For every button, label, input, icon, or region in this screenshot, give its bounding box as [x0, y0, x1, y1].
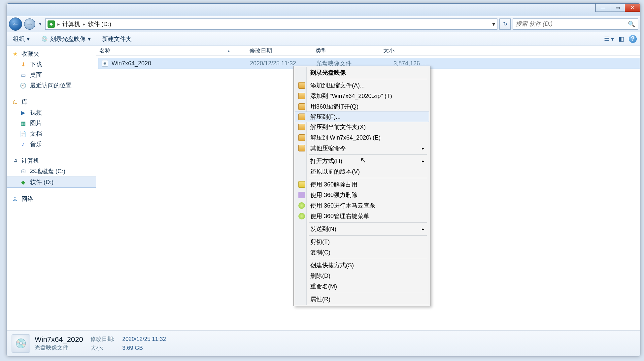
address-dropdown-icon[interactable]: ▾: [492, 20, 495, 28]
menu-item-other-compress[interactable]: 其他压缩命令▸: [295, 143, 429, 153]
menu-item-add-archive[interactable]: 添加到压缩文件(A)...: [295, 80, 429, 91]
menu-item-extract-here[interactable]: 解压到当前文件夹(X): [295, 122, 429, 132]
menu-item-properties[interactable]: 属性(R): [295, 294, 429, 305]
nav-history-dropdown[interactable]: ▼: [37, 22, 43, 26]
archive-icon: [298, 145, 305, 151]
sidebar-item-label: 文档: [30, 130, 42, 138]
sidebar-header-label: 库: [21, 98, 27, 106]
iso-file-icon: ◉: [102, 60, 108, 67]
address-bar[interactable]: ◆ ▸ 计算机 ▸ 软件 (D:) ▾: [45, 18, 497, 30]
file-name: Win7x64_2020: [112, 60, 151, 67]
archive-icon: [298, 134, 305, 141]
archive-icon: [298, 93, 305, 99]
window-controls: — ▭ ✕: [595, 4, 640, 12]
drive-icon: ⛁: [19, 168, 27, 175]
file-list-area: 名称▴ 修改日期 类型 大小 ◉Win7x64_2020 2020/12/25 …: [96, 46, 640, 330]
refresh-button[interactable]: ↻: [499, 18, 511, 30]
column-headers: 名称▴ 修改日期 类型 大小: [96, 46, 640, 56]
sidebar-item-label: 视频: [30, 109, 42, 116]
menu-item-open-360zip[interactable]: 用360压缩打开(Q): [295, 101, 429, 112]
menu-item-restore-previous[interactable]: 还原以前的版本(V): [295, 166, 429, 177]
menu-item-create-shortcut[interactable]: 创建快捷方式(S): [295, 260, 429, 271]
menu-item-360-unlock[interactable]: 使用 360解除占用: [295, 179, 429, 190]
disc-image-icon: 💿: [12, 334, 30, 353]
sidebar-item-pictures[interactable]: ▦图片: [7, 118, 96, 128]
menu-label: 使用 360强力删除: [310, 191, 357, 199]
menu-item-delete[interactable]: 删除(D): [295, 271, 429, 281]
minimize-button[interactable]: —: [595, 4, 610, 12]
search-input[interactable]: [516, 20, 628, 27]
menu-item-extract-to[interactable]: 解压到(F)...: [295, 112, 429, 122]
video-icon: ▶: [19, 109, 27, 116]
close-button[interactable]: ✕: [625, 4, 640, 12]
submenu-arrow-icon: ▸: [422, 226, 424, 232]
breadcrumb-computer[interactable]: 计算机: [62, 20, 80, 28]
menu-label: 打开方式(H): [310, 157, 342, 165]
menu-label: 解压到当前文件夹(X): [310, 123, 366, 131]
menu-item-360-menu[interactable]: 使用 360管理右键菜单: [295, 211, 429, 221]
sidebar-item-drive-c[interactable]: ⛁本地磁盘 (C:): [7, 166, 96, 177]
drive-icon: ◆: [19, 179, 27, 186]
search-icon: 🔍: [628, 20, 635, 28]
sidebar-item-downloads[interactable]: ⬇下载: [7, 59, 96, 70]
menu-label: 还原以前的版本(V): [310, 168, 360, 176]
sidebar-item-drive-d[interactable]: ◆软件 (D:): [7, 177, 96, 188]
organize-button[interactable]: 组织 ▾: [10, 34, 32, 44]
details-date-label: 修改日期:: [90, 335, 115, 343]
sidebar-item-music[interactable]: ♪音乐: [7, 139, 96, 149]
disc-icon: 💿: [41, 35, 48, 43]
menu-item-burn-image[interactable]: 刻录光盘映像: [295, 67, 429, 78]
menu-item-send-to[interactable]: 发送到(N)▸: [295, 224, 429, 234]
view-mode-button[interactable]: ☰ ▾: [604, 35, 614, 43]
column-header-name[interactable]: 名称▴: [99, 47, 250, 54]
chevron-right-icon: ▸: [57, 21, 60, 27]
sidebar-favorites-header[interactable]: ★ 收藏夹: [7, 49, 96, 59]
breadcrumb-current[interactable]: 软件 (D:): [88, 20, 111, 28]
sidebar-item-documents[interactable]: 📄文档: [7, 128, 96, 139]
search-box[interactable]: 🔍: [513, 18, 638, 30]
archive-icon: [298, 103, 305, 110]
menu-item-cut[interactable]: 剪切(T): [295, 237, 429, 247]
computer-icon: 🖥: [12, 157, 19, 164]
column-header-type[interactable]: 类型: [316, 47, 383, 54]
help-button[interactable]: ?: [629, 35, 637, 43]
column-label: 修改日期: [250, 47, 272, 54]
new-folder-button[interactable]: 新建文件夹: [99, 34, 134, 44]
menu-item-copy[interactable]: 复制(C): [295, 247, 429, 258]
column-header-size[interactable]: 大小: [383, 47, 426, 54]
sidebar-item-videos[interactable]: ▶视频: [7, 107, 96, 118]
drive-icon: ◆: [48, 20, 55, 28]
sidebar-item-label: 桌面: [30, 71, 42, 79]
menu-item-add-zip[interactable]: 添加到 "Win7x64_2020.zip" (T): [295, 91, 429, 101]
back-button[interactable]: ←: [9, 17, 22, 31]
sidebar-item-label: 软件 (D:): [30, 178, 53, 186]
preview-pane-button[interactable]: ◧: [619, 35, 624, 43]
organize-label: 组织: [13, 35, 25, 43]
menu-item-360-scan[interactable]: 使用 360进行木马云查杀: [295, 200, 429, 211]
column-label: 名称: [99, 47, 111, 54]
sidebar-item-desktop[interactable]: ▭桌面: [7, 70, 96, 80]
shield-icon: [298, 213, 305, 219]
navigation-pane: ★ 收藏夹 ⬇下载 ▭桌面 🕘最近访问的位置 🗂 库 ▶视频 ▦图片 📄文档 ♪…: [7, 46, 96, 330]
maximize-button[interactable]: ▭: [610, 4, 625, 12]
menu-label: 剪切(T): [310, 238, 330, 246]
forward-button[interactable]: →: [24, 18, 35, 30]
menu-item-rename[interactable]: 重命名(M): [295, 281, 429, 292]
sidebar-libraries-header[interactable]: 🗂 库: [7, 97, 96, 107]
unlock-icon: [298, 181, 305, 188]
menu-label: 删除(D): [310, 272, 330, 280]
sidebar-network-header[interactable]: 🖧 网络: [7, 194, 96, 204]
submenu-arrow-icon: ▸: [422, 146, 424, 151]
menu-item-360-force-delete[interactable]: 使用 360强力删除: [295, 190, 429, 200]
sidebar-item-label: 本地磁盘 (C:): [30, 167, 65, 175]
menu-label: 其他压缩命令: [310, 144, 346, 152]
menu-label: 解压到 Win7x64_2020\ (E): [310, 134, 381, 142]
menu-label: 用360压缩打开(Q): [310, 103, 358, 111]
column-header-date[interactable]: 修改日期: [250, 47, 316, 54]
sidebar-item-recent[interactable]: 🕘最近访问的位置: [7, 80, 96, 91]
sidebar-computer-header[interactable]: 🖥 计算机: [7, 155, 96, 166]
menu-item-extract-folder[interactable]: 解压到 Win7x64_2020\ (E): [295, 132, 429, 143]
burn-image-button[interactable]: 💿 刻录光盘映像 ▾: [38, 34, 93, 44]
details-pane: 💿 Win7x64_2020 光盘映像文件 修改日期: 2020/12/25 1…: [7, 330, 640, 356]
star-icon: ★: [12, 50, 19, 57]
